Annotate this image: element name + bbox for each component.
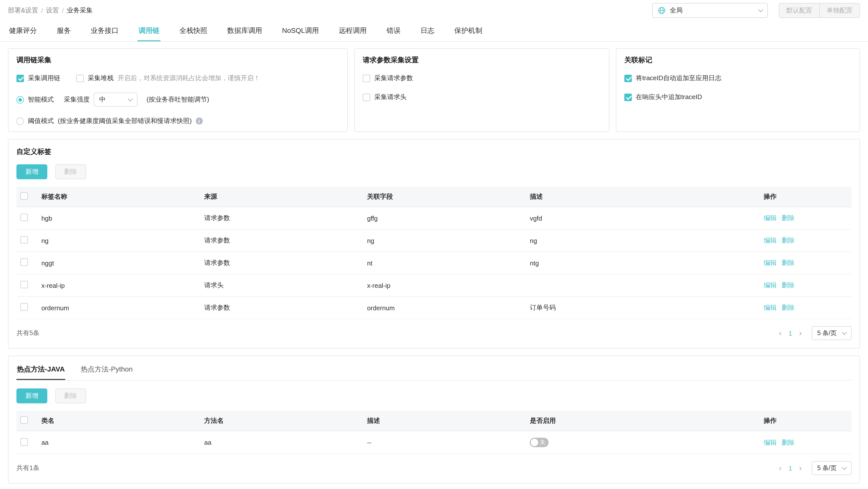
edit-link[interactable]: 编辑 — [764, 438, 777, 446]
default-config-button[interactable]: 默认配置 — [779, 3, 819, 18]
pagination: 1 5 条/页 — [779, 326, 851, 340]
total-count: 共有5条 — [17, 329, 39, 338]
tab-hot-methods-java[interactable]: 热点方法-JAVA — [17, 364, 65, 380]
delete-link[interactable]: 删除 — [781, 214, 795, 222]
page-size-value: 5 条/页 — [817, 464, 837, 472]
cell-field: ordernum — [363, 297, 526, 319]
row-checkbox[interactable] — [21, 214, 28, 221]
topbar: 部署&设置 / 设置 / 业务采集 全局 默认配置 单独配置 — [0, 0, 868, 21]
page-size-select[interactable]: 5 条/页 — [812, 461, 851, 475]
next-page-icon[interactable] — [799, 329, 802, 337]
collect-params-checkbox[interactable] — [363, 74, 370, 82]
chevron-down-icon — [758, 7, 763, 12]
select-all-checkbox[interactable] — [21, 192, 28, 200]
edit-link[interactable]: 编辑 — [764, 281, 777, 289]
collect-headers-row: 采集请求头 — [363, 93, 601, 102]
tab-nosql-call[interactable]: NoSQL调用 — [281, 21, 320, 41]
threshold-mode-row: 阈值模式 (按业务健康度阈值采集全部错误和慢请求快照) — [17, 117, 339, 126]
col-header-name: 标签名称 — [37, 187, 200, 207]
cell-class-name: aa — [37, 431, 200, 454]
main-tabs: 健康评分 服务 业务接口 调用链 全栈快照 数据库调用 NoSQL调用 远程调用… — [0, 21, 868, 42]
breadcrumb-deploy-settings[interactable]: 部署&设置 — [8, 6, 38, 15]
add-method-button[interactable]: 新增 — [17, 388, 47, 403]
cell-source: 请求参数 — [200, 229, 363, 252]
add-tag-button[interactable]: 新增 — [17, 164, 47, 179]
smart-mode-note: (按业务吞吐智能调节) — [147, 95, 209, 104]
row-checkbox[interactable] — [21, 438, 28, 446]
trace-in-header-checkbox[interactable] — [624, 93, 632, 101]
collect-trace-checkbox[interactable] — [17, 74, 24, 82]
bottom-actions: 保存 恢复默认 — [0, 484, 868, 489]
tab-database-call[interactable]: 数据库调用 — [226, 21, 263, 41]
delete-tag-button[interactable]: 删除 — [55, 164, 86, 179]
delete-link[interactable]: 删除 — [781, 281, 795, 289]
col-header-desc: 描述 — [526, 187, 760, 207]
table-row: x-real-ip 请求头 x-real-ip 编辑删除 — [17, 274, 851, 297]
chevron-down-icon — [842, 330, 847, 335]
collect-stack-checkbox[interactable] — [76, 74, 84, 82]
select-all-checkbox[interactable] — [21, 416, 28, 424]
strength-label: 采集强度 — [64, 95, 90, 104]
delete-link[interactable]: 删除 — [781, 304, 795, 311]
page-size-select[interactable]: 5 条/页 — [812, 326, 851, 340]
row-checkbox[interactable] — [21, 258, 28, 266]
tab-business-api[interactable]: 业务接口 — [90, 21, 120, 41]
tab-full-stack-snapshot[interactable]: 全栈快照 — [178, 21, 208, 41]
scope-select-value: 全局 — [670, 6, 755, 15]
delete-link[interactable]: 删除 — [781, 259, 795, 266]
edit-link[interactable]: 编辑 — [764, 236, 777, 244]
page-number[interactable]: 1 — [788, 464, 792, 472]
trace-to-log-checkbox[interactable] — [624, 74, 632, 82]
next-page-icon[interactable] — [799, 464, 802, 472]
tab-protection[interactable]: 保护机制 — [454, 21, 483, 41]
tab-hot-methods-python[interactable]: 热点方法-Python — [80, 364, 133, 380]
cell-desc: -- — [363, 431, 526, 454]
separate-config-button[interactable]: 单独配置 — [819, 3, 860, 18]
tab-service[interactable]: 服务 — [56, 21, 72, 41]
collect-headers-checkbox[interactable] — [363, 93, 370, 101]
card-title: 请求参数采集设置 — [363, 56, 601, 65]
cell-field: ng — [363, 229, 526, 252]
hot-methods-tabs: 热点方法-JAVA 热点方法-Python — [17, 364, 851, 381]
request-params-card: 请求参数采集设置 采集请求参数 采集请求头 — [354, 48, 610, 132]
strength-select[interactable]: 中 — [94, 93, 137, 106]
strength-select-value: 中 — [99, 95, 122, 104]
custom-tags-toolbar: 新增 删除 — [17, 164, 851, 179]
tab-error[interactable]: 错误 — [386, 21, 402, 41]
page-number[interactable]: 1 — [788, 329, 792, 337]
cell-tag-name: nggt — [37, 252, 200, 274]
trace-in-header-row: 在响应头中追加traceID — [624, 93, 851, 102]
trace-in-header-label: 在响应头中追加traceID — [636, 93, 702, 102]
card-title: 关联标记 — [624, 56, 851, 65]
row-checkbox[interactable] — [21, 236, 28, 243]
trace-to-log-label: 将traceID自动追加至应用日志 — [636, 74, 721, 83]
threshold-mode-radio[interactable] — [17, 117, 24, 125]
prev-page-icon[interactable] — [779, 329, 781, 337]
tab-trace[interactable]: 调用链 — [137, 21, 160, 41]
cell-tag-name: hgb — [37, 207, 200, 229]
col-header-enabled: 是否启用 — [526, 411, 760, 431]
smart-mode-radio[interactable] — [17, 96, 24, 103]
delete-method-button[interactable]: 删除 — [55, 388, 86, 403]
prev-page-icon[interactable] — [779, 464, 781, 472]
delete-link[interactable]: 删除 — [781, 438, 795, 446]
scope-select[interactable]: 全局 — [652, 3, 768, 18]
delete-link[interactable]: 删除 — [781, 236, 795, 244]
section-title: 自定义标签 — [17, 148, 851, 156]
trace-to-log-row: 将traceID自动追加至应用日志 — [624, 74, 851, 83]
row-checkbox[interactable] — [21, 281, 28, 288]
cell-desc: ntg — [526, 252, 760, 274]
edit-link[interactable]: 编辑 — [764, 259, 777, 266]
tab-remote-call[interactable]: 远程调用 — [338, 21, 368, 41]
edit-link[interactable]: 编辑 — [764, 214, 777, 222]
info-icon[interactable] — [195, 118, 203, 125]
row-checkbox[interactable] — [21, 303, 28, 311]
tab-log[interactable]: 日志 — [420, 21, 435, 41]
enabled-toggle[interactable]: 关 — [530, 438, 549, 447]
tab-health-score[interactable]: 健康评分 — [8, 21, 38, 41]
edit-link[interactable]: 编辑 — [764, 304, 777, 311]
hot-methods-footer: 共有1条 1 5 条/页 — [17, 454, 851, 475]
toggle-knob — [531, 439, 538, 446]
hot-methods-section: 热点方法-JAVA 热点方法-Python 新增 删除 类名 方法名 描述 是否… — [8, 356, 860, 484]
breadcrumb-settings[interactable]: 设置 — [46, 6, 59, 15]
